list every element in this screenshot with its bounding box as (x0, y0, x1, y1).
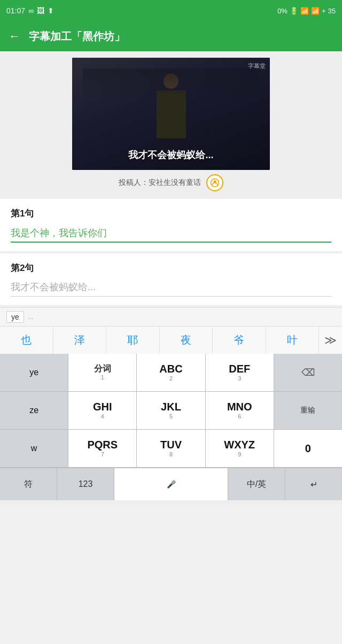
video-subtitle: 我才不会被蚂蚁给... (72, 149, 270, 161)
wifi-icon: 📶 (300, 7, 309, 15)
abc-key[interactable]: ABC 2 (137, 354, 205, 391)
backspace-key[interactable]: ⌫ (274, 354, 342, 391)
space-key[interactable]: 🎤 (114, 468, 228, 500)
status-left: 01:07 ∞ 🖼 ⬆ (6, 6, 54, 15)
submitter-row: 投稿人：安社生没有童话 (0, 170, 342, 197)
reenter-key[interactable]: 重输 (274, 392, 342, 429)
keyboard-row-3: w PQRS 7 TUV 8 WXYZ 9 0 (0, 430, 342, 468)
plus-icon: + (322, 7, 326, 15)
keyboard-row-2: ze GHI 4 JKL 5 MNO 6 重输 (0, 392, 342, 430)
more-candidates-button[interactable]: ≫ (319, 333, 342, 347)
ghi-key[interactable]: GHI 4 (68, 392, 137, 429)
fenci-key[interactable]: 分词 1 (68, 354, 137, 391)
tuv-key[interactable]: TUV 8 (137, 430, 205, 467)
signal-icon: ⬆ (48, 6, 54, 15)
candidate-1[interactable]: 也 (0, 327, 53, 354)
submitter-avatar[interactable] (206, 174, 223, 191)
battery-pct: 0% (277, 7, 287, 15)
signal-bars: 📶 (311, 7, 320, 15)
infinity-icon: ∞ (28, 6, 34, 15)
keyboard: 也 泽 耶 夜 爷 叶 ≫ ye 分词 1 ABC 2 DEF 3 (0, 326, 342, 500)
candidate-6[interactable]: 叶 (266, 327, 320, 354)
def-key[interactable]: DEF 3 (206, 354, 274, 391)
pqrs-key[interactable]: PQRS 7 (68, 430, 137, 467)
sentence1-label: 第1句 (11, 207, 331, 220)
pinyin-ze-key[interactable]: ze (0, 392, 68, 429)
candidate-2[interactable]: 泽 (53, 327, 107, 354)
pinyin-ye-key[interactable]: ye (0, 354, 68, 391)
wxyz-key[interactable]: WXYZ 9 (206, 430, 274, 467)
content-area: 字幕堂 我才不会被蚂蚁给... 投稿人：安社生没有童话 第1句 第2句 ye .… (0, 51, 342, 505)
battery-level: 35 (328, 7, 336, 15)
sentence2-label: 第2句 (11, 262, 331, 274)
mno-key[interactable]: MNO 6 (206, 392, 274, 429)
sentence1-input[interactable] (11, 225, 331, 243)
candidate-4[interactable]: 夜 (160, 327, 213, 354)
video-watermark: 字幕堂 (248, 62, 266, 70)
enter-key[interactable]: ↵ (285, 468, 342, 500)
sentence2-input[interactable] (11, 280, 331, 297)
keyboard-bottom-row: 符 123 🎤 中/英 ↵ (0, 468, 342, 500)
lang-switch-key[interactable]: 中/英 (228, 468, 285, 500)
candidate-row: 也 泽 耶 夜 爷 叶 ≫ (0, 326, 342, 354)
symbol-key[interactable]: 符 (0, 468, 57, 500)
status-right: 0% 🔋 📶 📶 + 35 (277, 7, 336, 15)
battery-icon: 🔋 (290, 7, 298, 15)
candidate-3[interactable]: 耶 (106, 327, 160, 354)
app-title: 字幕加工「黑作坊」 (29, 29, 125, 44)
back-button[interactable]: ← (9, 29, 20, 43)
pinyin-w-key[interactable]: w (0, 430, 68, 467)
app-bar: ← 字幕加工「黑作坊」 (0, 21, 342, 51)
prediction-bar: ye ... (0, 307, 342, 326)
prediction-dots: ... (28, 313, 34, 321)
image-icon: 🖼 (37, 6, 44, 15)
video-container: 字幕堂 我才不会被蚂蚁给... (0, 51, 342, 170)
num-key[interactable]: 123 (57, 468, 114, 500)
keyboard-row-1: ye 分词 1 ABC 2 DEF 3 ⌫ (0, 354, 342, 392)
jkl-key[interactable]: JKL 5 (137, 392, 205, 429)
zero-key[interactable]: 0 (274, 430, 342, 467)
status-bar: 01:07 ∞ 🖼 ⬆ 0% 🔋 📶 📶 + 35 (0, 0, 342, 21)
time: 01:07 (6, 6, 25, 15)
submitter-label: 投稿人：安社生没有童话 (119, 178, 201, 188)
sentence2-card: 第2句 (0, 253, 342, 305)
sentence1-card: 第1句 (0, 199, 342, 251)
candidate-5[interactable]: 爷 (213, 327, 266, 354)
video-thumb[interactable]: 字幕堂 我才不会被蚂蚁给... (72, 58, 270, 170)
prediction-current: ye (6, 311, 24, 323)
